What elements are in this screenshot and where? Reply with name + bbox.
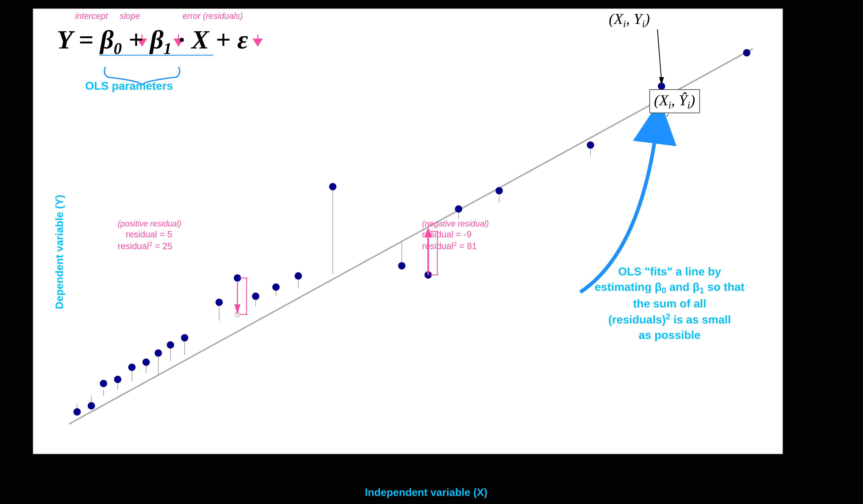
error-label: error (residuals) <box>183 11 243 21</box>
main-container: Dependent variable (Y) Independent varia… <box>0 0 863 504</box>
residual-squared-25-label: residual2 = 25 <box>118 240 173 251</box>
negative-residual-label: (negative residual) <box>422 219 489 228</box>
x-axis-label: Independent variable (X) <box>365 486 487 498</box>
xi-yhat-label: (Xi, Ŷi) <box>649 89 700 113</box>
slope-label: slope <box>120 11 140 21</box>
xi-yi-label: (Xi, Yi) <box>609 10 650 30</box>
positive-residual-label: (positive residual) <box>118 219 181 228</box>
residual-squared-81-label: residual2 = 81 <box>422 240 477 251</box>
ols-parameters-label: OLS parameters <box>85 79 173 92</box>
residual-neg9-label: residual = -9 <box>422 229 471 239</box>
ols-description: OLS "fits" a line by estimating β0 and β… <box>507 264 832 342</box>
intercept-label: intercept <box>75 11 108 21</box>
formula-underline <box>99 55 213 55</box>
residual-5-label: residual = 5 <box>126 229 172 239</box>
y-axis-label: Dependent variable (Y) <box>53 195 65 309</box>
formula-main: Y = β0 + β1 · X + ε <box>57 24 248 58</box>
formula-text: Y = β0 + β1 · X + ε <box>57 25 248 54</box>
